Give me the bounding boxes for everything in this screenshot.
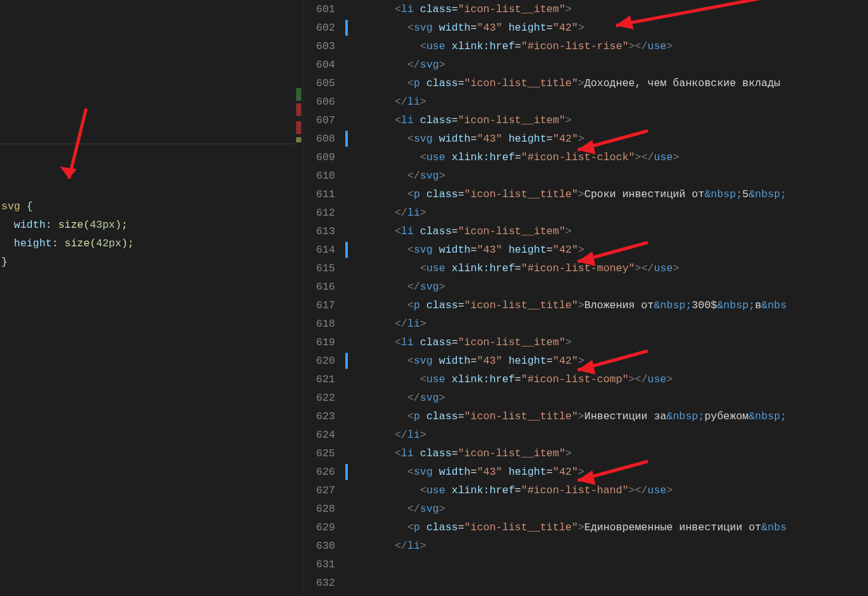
line-number: 605 [303,74,335,93]
code-line[interactable]: <li class="icon-list__item"> [357,222,868,241]
line-number: 619 [303,333,335,352]
code-line[interactable]: </svg> [357,500,868,518]
css-func-size: size [58,219,84,231]
line-number: 620 [303,352,335,370]
css-func-size: size [64,237,90,250]
overview-ruler-left [295,0,303,596]
glyph-row [345,518,349,537]
glyph-margin [345,0,349,596]
glyph-row [345,111,349,130]
glyph-row [345,148,349,167]
line-number: 609 [303,148,335,167]
line-number: 623 [303,407,335,426]
code-line[interactable]: <p class="icon-list__title">Вложения от&… [357,296,868,315]
code-line[interactable]: </li> [357,204,868,222]
code-line[interactable]: <use xlink:href="#icon-list-clock"></use… [357,148,868,167]
code-line[interactable] [357,555,868,574]
code-line[interactable]: <li class="icon-list__item"> [357,444,868,463]
code-line[interactable]: <svg width="43" height="42"> [357,130,868,148]
line-number: 604 [303,56,335,74]
code-line[interactable]: <use xlink:href="#icon-list-comp"></use> [357,370,868,389]
code-line[interactable]: <svg width="43" height="42"> [357,463,868,481]
glyph-row [345,259,349,278]
line-number: 603 [303,37,335,56]
line-number: 606 [303,93,335,111]
line-number: 607 [303,111,335,130]
open-brace: { [20,200,33,212]
css-val-43px: 43px [90,219,116,231]
line-number-gutter: 6016026036046056066076086096106116126136… [303,0,345,596]
modified-line-indicator [345,241,349,259]
code-line[interactable]: <svg width="43" height="42"> [357,352,868,370]
glyph-row [345,204,349,222]
glyph-row [345,185,349,204]
code-line[interactable]: </li> [357,426,868,444]
code-line[interactable]: </svg> [357,389,868,407]
glyph-row [345,167,349,185]
code-line[interactable]: <svg width="43" height="42"> [357,19,868,37]
css-prop-height: height [14,237,52,250]
left-editor-pane[interactable]: svg { width: size(43px); height: size(42… [0,0,303,596]
line-number: 622 [303,389,335,407]
glyph-row [345,37,349,56]
line-number: 621 [303,370,335,389]
glyph-row [345,56,349,74]
code-line[interactable]: </svg> [357,167,868,185]
code-line[interactable]: </svg> [357,278,868,296]
glyph-row [345,296,349,315]
glyph-row [345,74,349,93]
glyph-row [345,278,349,296]
line-number: 616 [303,278,335,296]
horizontal-separator [0,144,303,144]
html-code-area[interactable]: <li class="icon-list__item"> <svg width=… [349,0,868,596]
code-line[interactable]: <p class="icon-list__title">Сроки инвест… [357,185,868,204]
glyph-row [345,370,349,389]
code-line[interactable]: </li> [357,537,868,555]
line-number: 615 [303,259,335,278]
line-number: 626 [303,463,335,481]
code-line[interactable]: </li> [357,315,868,333]
css-code-block[interactable]: svg { width: size(43px); height: size(42… [0,0,303,290]
modified-line-indicator [345,463,349,481]
glyph-row [345,333,349,352]
code-line[interactable]: <li class="icon-list__item"> [357,0,868,19]
glyph-row [345,315,349,333]
code-line[interactable]: <use xlink:href="#icon-list-money"></use… [357,259,868,278]
glyph-row [345,481,349,500]
close-brace: } [1,256,8,268]
modified-line-indicator [345,130,349,148]
code-line[interactable]: <use xlink:href="#icon-list-rise"></use> [357,37,868,56]
line-number: 614 [303,241,335,259]
line-number: 617 [303,296,335,315]
glyph-row [345,537,349,555]
glyph-row [345,500,349,518]
modified-line-indicator [345,19,349,37]
line-number: 630 [303,537,335,555]
glyph-row [345,426,349,444]
line-number: 625 [303,444,335,463]
code-line[interactable]: <p class="icon-list__title">Единовременн… [357,518,868,537]
code-line[interactable] [357,574,868,592]
code-line[interactable]: <use xlink:href="#icon-list-hand"></use> [357,481,868,500]
glyph-row [345,222,349,241]
code-line[interactable]: <p class="icon-list__title">Инвестиции з… [357,407,868,426]
right-editor-pane[interactable]: 6016026036046056066076086096106116126136… [303,0,868,596]
line-number: 628 [303,500,335,518]
glyph-row [345,93,349,111]
line-number: 612 [303,204,335,222]
code-line[interactable]: <li class="icon-list__item"> [357,111,868,130]
glyph-row [345,444,349,463]
css-prop-width: width [14,219,46,231]
line-number: 613 [303,222,335,241]
code-line[interactable]: </svg> [357,56,868,74]
modified-line-indicator [345,352,349,370]
glyph-row [345,555,349,574]
code-line[interactable]: <p class="icon-list__title">Доходнее, че… [357,74,868,93]
code-line[interactable]: </li> [357,93,868,111]
code-line[interactable]: <li class="icon-list__item"> [357,333,868,352]
glyph-row [345,0,349,19]
code-line[interactable]: <svg width="43" height="42"> [357,241,868,259]
glyph-row [345,389,349,407]
line-number: 610 [303,167,335,185]
line-number: 608 [303,130,335,148]
